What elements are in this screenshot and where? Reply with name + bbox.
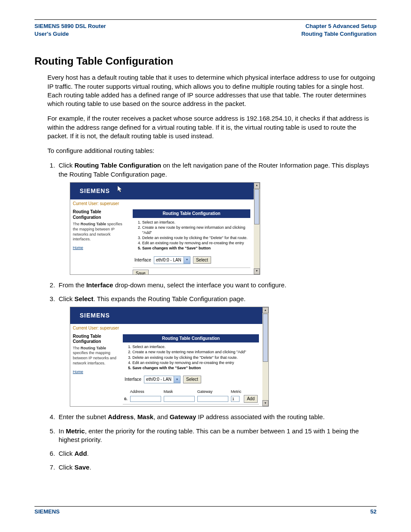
intro-paragraph-3: To configure additional routing tables: (47, 146, 377, 155)
chevron-down-icon[interactable]: ▾ (184, 257, 190, 264)
brand-text: SIEMENS (80, 187, 110, 194)
step-4: Enter the subnet Address, Mask, and Gate… (57, 413, 377, 421)
left-nav-desc: The Routing Table specifies the mapping … (73, 222, 127, 242)
page-header: SIEMENS 5890 DSL Router User's Guide Cha… (34, 20, 377, 40)
interface-label: Interface (134, 257, 151, 263)
brand-banner: SIEMENS (70, 183, 254, 199)
cursor-icon (118, 186, 123, 193)
scroll-thumb[interactable] (254, 189, 259, 224)
interface-label: Interface (125, 376, 141, 383)
mask-input[interactable] (164, 396, 195, 402)
interface-select[interactable]: eth/0:0 - LAN ▾ (154, 256, 190, 264)
panel-title: Routing Table Configuration (133, 209, 250, 218)
left-nav-title: Routing Table Configuration (73, 334, 117, 344)
chevron-down-icon[interactable]: ▾ (174, 376, 180, 383)
screenshot-2: ▴ ▾ SIEMENS Current User: superuser Rout… (70, 307, 269, 407)
select-button[interactable]: Select (183, 376, 201, 383)
scroll-down-icon[interactable]: ▾ (262, 400, 268, 406)
gateway-input[interactable] (197, 396, 228, 402)
step-6: Click Add. (57, 449, 377, 458)
metric-input[interactable] (231, 396, 240, 402)
panel-instructions: Select an interface. Create a new route … (133, 220, 250, 254)
intro-paragraph-1: Every host has a default routing table t… (47, 73, 377, 108)
page-footer: SIEMENS 52 (34, 506, 377, 515)
left-nav: Routing Table Configuration The Routing … (70, 333, 119, 407)
address-input[interactable] (130, 396, 161, 402)
col-address: Address (129, 389, 162, 395)
page-title: Routing Table Configuration (34, 55, 377, 67)
header-chapter: Chapter 5 Advanced Setup (301, 22, 377, 30)
left-nav-title: Routing Table Configuration (73, 209, 127, 220)
current-user-label: Current User: superuser (70, 324, 262, 333)
screenshot-1: ▴ ▾ SIEMENS Current User: superuser Rout… (70, 182, 260, 275)
step-7: Click Save. (57, 463, 377, 472)
brand-text: SIEMENS (80, 312, 110, 319)
select-button[interactable]: Select (193, 256, 211, 264)
route-row: 0. Add (123, 395, 259, 403)
scroll-up-icon[interactable]: ▴ (254, 183, 260, 189)
panel-title: Routing Table Configuration (123, 334, 259, 343)
panel-instructions: Select an interface. Create a new route … (123, 344, 259, 373)
left-nav-desc: The Routing Table specifies the mapping … (73, 346, 117, 366)
save-button[interactable]: Save (123, 406, 139, 407)
scroll-up-icon[interactable]: ▴ (262, 307, 268, 313)
current-user-label: Current User: superuser (70, 199, 254, 208)
add-button[interactable]: Add (244, 395, 258, 403)
steps-list: Click Routing Table Configuration on the… (47, 161, 377, 472)
scroll-down-icon[interactable]: ▾ (254, 268, 260, 274)
page-number: 52 (371, 508, 377, 515)
step-3: Click Select. This expands the Routing T… (57, 295, 377, 407)
header-guide: User's Guide (34, 30, 106, 38)
header-product: SIEMENS 5890 DSL Router (34, 22, 106, 30)
col-mask: Mask (162, 389, 196, 395)
interface-select[interactable]: eth/0:0 - LAN ▾ (144, 376, 181, 383)
row-index: 0. (123, 395, 129, 403)
col-gateway: Gateway (196, 389, 230, 395)
route-fields-table: Address Mask Gateway Metric 0. (123, 389, 259, 403)
step-2: From the Interface drop-down menu, selec… (57, 281, 377, 289)
step-1: Click Routing Table Configuration on the… (57, 161, 377, 275)
scrollbar[interactable]: ▴ ▾ (262, 307, 268, 406)
save-button[interactable]: Save (133, 270, 149, 274)
brand-banner: SIEMENS (70, 307, 262, 324)
step-5: In Metric, enter the priority for the ro… (57, 427, 377, 445)
col-metric: Metric (230, 389, 243, 395)
scrollbar[interactable]: ▴ ▾ (253, 183, 260, 274)
header-section: Routing Table Configuration (301, 30, 377, 38)
scroll-thumb[interactable] (263, 314, 268, 362)
footer-brand: SIEMENS (34, 508, 60, 515)
left-nav: Routing Table Configuration The Routing … (70, 208, 129, 274)
intro-paragraph-2: For example, if the router receives a pa… (47, 114, 377, 140)
home-link[interactable]: Home (73, 246, 127, 251)
home-link[interactable]: Home (73, 370, 117, 375)
